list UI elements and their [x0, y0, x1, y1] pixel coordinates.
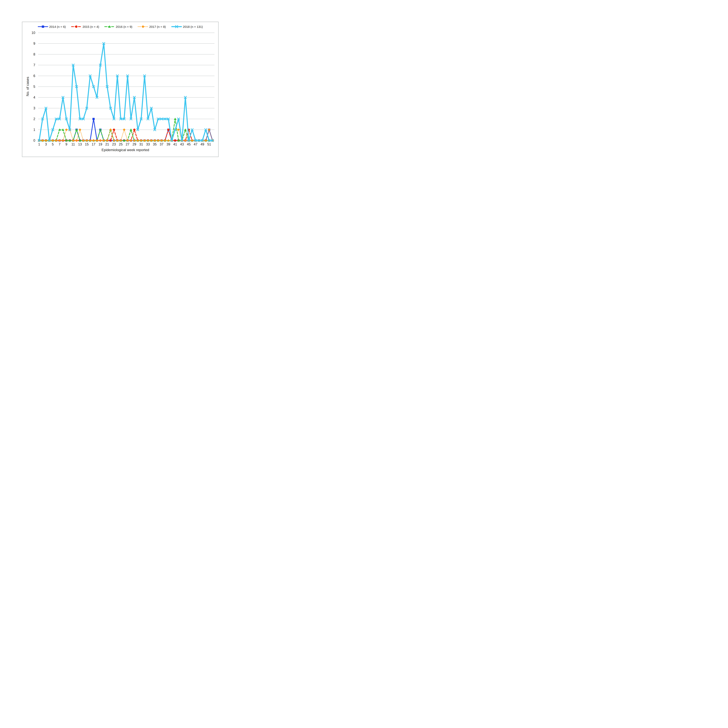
series-group — [38, 42, 214, 142]
x-tick-label-45: 45 — [187, 142, 191, 146]
series-line-2018 — [39, 44, 213, 141]
marker-circle-2015 — [167, 128, 170, 131]
y-tick-label-6: 6 — [33, 74, 35, 78]
y-tick-label-10: 10 — [31, 31, 35, 35]
x-tick-label-39: 39 — [167, 142, 170, 146]
marker-diamond-2017 — [99, 139, 102, 142]
marker-square-2014 — [92, 118, 95, 120]
x-tick-label-5: 5 — [52, 142, 54, 146]
x-tick-label-43: 43 — [180, 142, 184, 146]
y-tick-labels-group: 012345678910 — [31, 31, 35, 142]
marker-circle-2015 — [110, 139, 112, 142]
y-tick-label-2: 2 — [33, 117, 35, 121]
x-tick-label-9: 9 — [65, 142, 67, 146]
series-line-2015 — [39, 130, 213, 141]
x-tick-label-25: 25 — [119, 142, 123, 146]
y-tick-label-9: 9 — [33, 42, 35, 46]
legend-label-2017: 2017 (n = 8) — [149, 25, 166, 28]
y-tick-label-8: 8 — [33, 52, 35, 56]
x-tick-label-31: 31 — [139, 142, 143, 146]
x-tick-label-11: 11 — [72, 142, 75, 146]
x-tick-label-29: 29 — [133, 142, 136, 146]
y-axis-title: No. of cases — [26, 77, 29, 96]
x-tick-label-19: 19 — [99, 142, 102, 146]
marker-diamond-2017 — [75, 139, 78, 142]
x-tick-label-33: 33 — [146, 142, 150, 146]
x-tick-label-37: 37 — [160, 142, 164, 146]
marker-diamond-2017 — [123, 128, 125, 131]
legend-item-2015: 2015 (n = 4) — [72, 25, 99, 28]
marker-square-2014 — [42, 26, 44, 28]
x-tick-label-7: 7 — [59, 142, 61, 146]
x-tick-label-21: 21 — [105, 142, 109, 146]
y-tick-label-0: 0 — [33, 139, 35, 142]
legend-item-2016: 2016 (n = 9) — [105, 25, 132, 28]
x-tick-label-1: 1 — [38, 142, 40, 146]
y-tick-label-3: 3 — [33, 106, 35, 110]
y-tick-label-4: 4 — [33, 95, 35, 99]
x-tick-label-23: 23 — [112, 142, 116, 146]
marker-circle-2015 — [113, 128, 115, 131]
legend-label-2016: 2016 (n = 9) — [116, 25, 132, 28]
legend-label-2015: 2015 (n = 4) — [83, 25, 99, 28]
marker-diamond-2017 — [79, 128, 81, 131]
legend-item-2018: 2018 (n = 131) — [172, 25, 203, 28]
legend-item-2014: 2014 (n = 6) — [38, 25, 66, 28]
epidemiological-week-line-chart: 012345678910 135791113151719212325272931… — [0, 0, 240, 186]
x-tick-label-35: 35 — [153, 142, 157, 146]
marker-diamond-2017 — [177, 128, 180, 131]
y-tick-label-5: 5 — [33, 85, 35, 89]
x-axis-title: Epidemiological week reported — [102, 148, 149, 152]
legend-group: 2014 (n = 6)2015 (n = 4)2016 (n = 9)2017… — [38, 25, 203, 28]
x-tick-label-51: 51 — [207, 142, 211, 146]
x-tick-label-47: 47 — [194, 142, 197, 146]
legend-label-2014: 2014 (n = 6) — [49, 25, 66, 28]
series-2018 — [38, 42, 214, 142]
x-tick-label-27: 27 — [125, 142, 130, 146]
marker-circle-2015 — [133, 128, 136, 131]
figure-page: 012345678910 135791113151719212325272931… — [0, 0, 240, 186]
x-tick-labels-group: 1357911131517192123252729313335373941434… — [38, 142, 211, 146]
series-line-2017 — [39, 130, 213, 141]
y-tick-label-1: 1 — [33, 128, 35, 132]
y-tick-label-7: 7 — [33, 63, 35, 67]
marker-circle-2015 — [174, 139, 176, 142]
x-tick-label-13: 13 — [78, 142, 82, 146]
plot-frame — [22, 22, 219, 157]
legend-item-2017: 2017 (n = 8) — [138, 25, 166, 28]
marker-diamond-2017 — [142, 25, 144, 28]
legend-label-2018: 2018 (n = 131) — [183, 25, 203, 28]
x-tick-label-17: 17 — [92, 142, 95, 146]
x-tick-label-3: 3 — [45, 142, 47, 146]
x-tick-label-15: 15 — [85, 142, 89, 146]
x-tick-label-41: 41 — [173, 142, 177, 146]
x-tick-label-49: 49 — [200, 142, 204, 146]
marker-diamond-2017 — [65, 128, 68, 131]
marker-circle-2015 — [75, 26, 78, 28]
